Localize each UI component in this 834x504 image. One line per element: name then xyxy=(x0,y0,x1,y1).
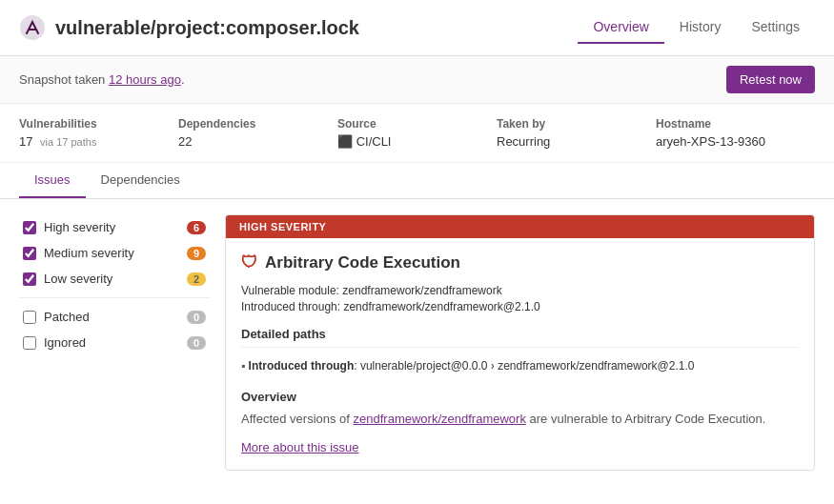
filter-medium-checkbox[interactable] xyxy=(23,247,36,260)
main-content: High severity 6 Medium severity 9 Low se… xyxy=(0,199,834,486)
path-item: Introduced through: vulnerable/project@0… xyxy=(241,355,799,376)
overview-title: Overview xyxy=(241,390,799,404)
snapshot-bar: Snapshot taken 12 hours ago. Retest now xyxy=(0,56,834,104)
overview-package-link[interactable]: zendframework/zendframework xyxy=(354,412,526,426)
nav-tab-overview[interactable]: Overview xyxy=(578,11,663,44)
meta-vulnerabilities: Vulnerabilities 17 via 17 paths xyxy=(19,117,178,149)
tab-dependencies[interactable]: Dependencies xyxy=(86,163,195,198)
nav-tab-history[interactable]: History xyxy=(664,11,737,44)
high-severity-badge: 6 xyxy=(187,221,206,234)
tab-issues[interactable]: Issues xyxy=(19,163,86,198)
severity-banner: HIGH SEVERITY xyxy=(226,215,814,238)
meta-source: Source ⬛ CI/CLI xyxy=(337,117,497,149)
filter-low-severity[interactable]: Low severity 2 xyxy=(19,266,210,292)
filter-patched-checkbox[interactable] xyxy=(23,311,36,324)
header: vulnerable/project:composer.lock Overvie… xyxy=(0,0,834,56)
snapshot-text: Snapshot taken 12 hours ago. xyxy=(19,72,185,87)
issue-title: 🛡 Arbitrary Code Execution xyxy=(241,253,799,272)
meta-section: Vulnerabilities 17 via 17 paths Dependen… xyxy=(0,104,834,163)
shield-icon: 🛡 xyxy=(241,253,257,272)
meta-dependencies: Dependencies 22 xyxy=(178,117,337,149)
logo-icon xyxy=(19,14,46,41)
header-left: vulnerable/project:composer.lock xyxy=(19,14,359,41)
filter-ignored[interactable]: Ignored 0 xyxy=(19,330,210,355)
more-about-link[interactable]: More about this issue xyxy=(241,440,359,454)
svg-point-0 xyxy=(20,15,45,40)
filter-high-severity[interactable]: High severity 6 xyxy=(19,214,210,240)
issue-vulnerable-module: Vulnerable module: zendframework/zendfra… xyxy=(241,284,799,297)
filter-medium-severity[interactable]: Medium severity 9 xyxy=(19,240,210,266)
filter-high-checkbox[interactable] xyxy=(23,221,36,234)
patched-badge: 0 xyxy=(187,311,206,324)
snapshot-link[interactable]: 12 hours ago xyxy=(109,72,181,87)
issue-body: 🛡 Arbitrary Code Execution Vulnerable mo… xyxy=(226,238,814,470)
page-title: vulnerable/project:composer.lock xyxy=(55,17,359,39)
filter-divider xyxy=(19,297,210,298)
meta-taken-by: Taken by Recurring xyxy=(497,117,656,149)
sidebar-filters: High severity 6 Medium severity 9 Low se… xyxy=(19,214,210,471)
meta-hostname: Hostname aryeh-XPS-13-9360 xyxy=(656,117,815,149)
filter-low-checkbox[interactable] xyxy=(23,272,36,286)
medium-severity-badge: 9 xyxy=(187,247,206,260)
filter-patched[interactable]: Patched 0 xyxy=(19,304,210,330)
ignored-badge: 0 xyxy=(187,336,206,350)
detailed-paths-title: Detailed paths xyxy=(241,327,799,348)
overview-text: Affected versions of zendframework/zendf… xyxy=(241,410,799,429)
nav-tabs: Overview History Settings xyxy=(578,11,815,44)
tabs-bar: Issues Dependencies xyxy=(0,163,834,199)
low-severity-badge: 2 xyxy=(187,272,206,286)
nav-tab-settings[interactable]: Settings xyxy=(736,11,815,44)
issue-introduced-through: Introduced through: zendframework/zendfr… xyxy=(241,300,799,313)
filter-ignored-checkbox[interactable] xyxy=(23,336,36,350)
retest-button[interactable]: Retest now xyxy=(726,66,815,93)
issue-panel: HIGH SEVERITY 🛡 Arbitrary Code Execution… xyxy=(225,214,815,471)
